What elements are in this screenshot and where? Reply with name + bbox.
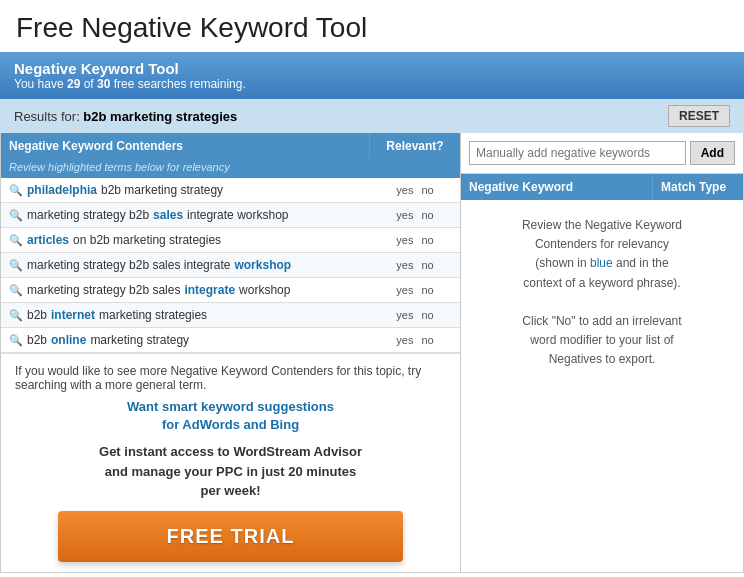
match-type-col-header: Match Type (653, 174, 743, 200)
table-row: 🔍 b2b internet marketing strategies yes … (1, 303, 460, 328)
left-panel: Negative Keyword Contenders Relevant? Re… (1, 133, 461, 572)
table-subheader: Review highlighted terms below for relev… (1, 159, 460, 178)
yes-option[interactable]: yes (396, 209, 413, 221)
keyword-cell: 🔍 b2b internet marketing strategies (1, 303, 370, 327)
kw-highlight: online (51, 333, 86, 347)
relevant-cell: yes no (370, 279, 460, 301)
search-total: 30 (97, 77, 110, 91)
smart-keyword-link[interactable]: Want smart keyword suggestions for AdWor… (15, 398, 446, 434)
instructions-box: Review the Negative Keyword Contenders f… (461, 200, 743, 572)
keyword-cell: 🔍 b2b online marketing strategy (1, 328, 370, 352)
search-icon: 🔍 (9, 284, 23, 297)
kw-text: marketing strategy (90, 333, 189, 347)
kw-highlight: articles (27, 233, 69, 247)
search-icon: 🔍 (9, 209, 23, 222)
free-trial-button[interactable]: FREE TRIAL (58, 511, 403, 562)
cta-line1: Get instant access to WordStream Advisor (15, 442, 446, 462)
yes-option[interactable]: yes (396, 234, 413, 246)
kw-highlight: sales (153, 208, 183, 222)
table-row: 🔍 articles on b2b marketing strategies y… (1, 228, 460, 253)
relevant-cell: yes no (370, 304, 460, 326)
relevant-cell: yes no (370, 179, 460, 201)
kw-text: b2b (27, 308, 47, 322)
col-header-relevant: Relevant? (370, 133, 460, 159)
keyword-cell: 🔍 marketing strategy b2b sales integrate… (1, 278, 370, 302)
blue-label: blue (590, 256, 613, 270)
no-option[interactable]: no (421, 284, 433, 296)
search-query: b2b marketing strategies (83, 109, 237, 124)
col-header-keyword: Negative Keyword Contenders (1, 133, 370, 159)
keyword-cell: 🔍 marketing strategy b2b sales integrate… (1, 203, 370, 227)
relevant-cell: yes no (370, 229, 460, 251)
table-row: 🔍 marketing strategy b2b sales integrate… (1, 253, 460, 278)
instructions-text-2: Click "No" to add an irrelevant word mod… (473, 312, 731, 370)
tool-header-title: Negative Keyword Tool (14, 60, 730, 77)
tool-header: Negative Keyword Tool You have 29 of 30 … (0, 52, 744, 99)
table-header: Negative Keyword Contenders Relevant? (1, 133, 460, 159)
no-option[interactable]: no (421, 209, 433, 221)
kw-text: workshop (239, 283, 290, 297)
add-keyword-button[interactable]: Add (690, 141, 735, 165)
search-icon: 🔍 (9, 259, 23, 272)
kw-text: integrate workshop (187, 208, 288, 222)
kw-text: marketing strategy b2b sales (27, 283, 180, 297)
search-icon: 🔍 (9, 309, 23, 322)
kw-highlight: internet (51, 308, 95, 322)
kw-text: marketing strategy b2b (27, 208, 149, 222)
no-option[interactable]: no (421, 309, 433, 321)
table-row: 🔍 b2b online marketing strategy yes no (1, 328, 460, 353)
keyword-cell: 🔍 articles on b2b marketing strategies (1, 228, 370, 252)
results-bar: Results for: b2b marketing strategies RE… (0, 99, 744, 133)
no-option[interactable]: no (421, 259, 433, 271)
smart-link-line1: Want smart keyword suggestions (15, 398, 446, 416)
kw-highlight: workshop (234, 258, 291, 272)
search-icon: 🔍 (9, 234, 23, 247)
add-keyword-input[interactable] (469, 141, 686, 165)
kw-text: on b2b marketing strategies (73, 233, 221, 247)
search-icon: 🔍 (9, 184, 23, 197)
neg-kw-col-header: Negative Keyword (461, 174, 653, 200)
bottom-section: If you would like to see more Negative K… (1, 353, 460, 572)
relevant-cell: yes no (370, 204, 460, 226)
keyword-cell: 🔍 philadelphia b2b marketing strategy (1, 178, 370, 202)
no-option[interactable]: no (421, 234, 433, 246)
kw-text: b2b (27, 333, 47, 347)
main-content: Negative Keyword Contenders Relevant? Re… (0, 133, 744, 573)
page-title: Free Negative Keyword Tool (0, 0, 744, 52)
yes-option[interactable]: yes (396, 309, 413, 321)
instructions-text: Review the Negative Keyword Contenders f… (473, 216, 731, 293)
right-panel: Add Negative Keyword Match Type Review t… (461, 133, 743, 572)
table-row: 🔍 marketing strategy b2b sales integrate… (1, 203, 460, 228)
keyword-cell: 🔍 marketing strategy b2b sales integrate… (1, 253, 370, 277)
more-contenders-text: If you would like to see more Negative K… (15, 364, 446, 392)
yes-option[interactable]: yes (396, 334, 413, 346)
reset-button[interactable]: RESET (668, 105, 730, 127)
search-count: 29 (67, 77, 80, 91)
add-keyword-bar: Add (461, 133, 743, 174)
smart-link-line2: for AdWords and Bing (15, 416, 446, 434)
table-row: 🔍 philadelphia b2b marketing strategy ye… (1, 178, 460, 203)
table-row: 🔍 marketing strategy b2b sales integrate… (1, 278, 460, 303)
yes-option[interactable]: yes (396, 184, 413, 196)
search-icon: 🔍 (9, 334, 23, 347)
neg-kw-table-header: Negative Keyword Match Type (461, 174, 743, 200)
cta-line2: and manage your PPC in just 20 minutes (15, 462, 446, 482)
no-option[interactable]: no (421, 184, 433, 196)
cta-text: Get instant access to WordStream Advisor… (15, 442, 446, 501)
no-option[interactable]: no (421, 334, 433, 346)
tool-header-subtitle: You have 29 of 30 free searches remainin… (14, 77, 730, 91)
cta-line3: per week! (15, 481, 446, 501)
kw-text: marketing strategy b2b sales integrate (27, 258, 230, 272)
relevant-cell: yes no (370, 254, 460, 276)
yes-option[interactable]: yes (396, 284, 413, 296)
kw-text: b2b marketing strategy (101, 183, 223, 197)
kw-highlight: integrate (184, 283, 235, 297)
yes-option[interactable]: yes (396, 259, 413, 271)
results-text: Results for: b2b marketing strategies (14, 109, 237, 124)
kw-highlight: philadelphia (27, 183, 97, 197)
kw-text: marketing strategies (99, 308, 207, 322)
relevant-cell: yes no (370, 329, 460, 351)
